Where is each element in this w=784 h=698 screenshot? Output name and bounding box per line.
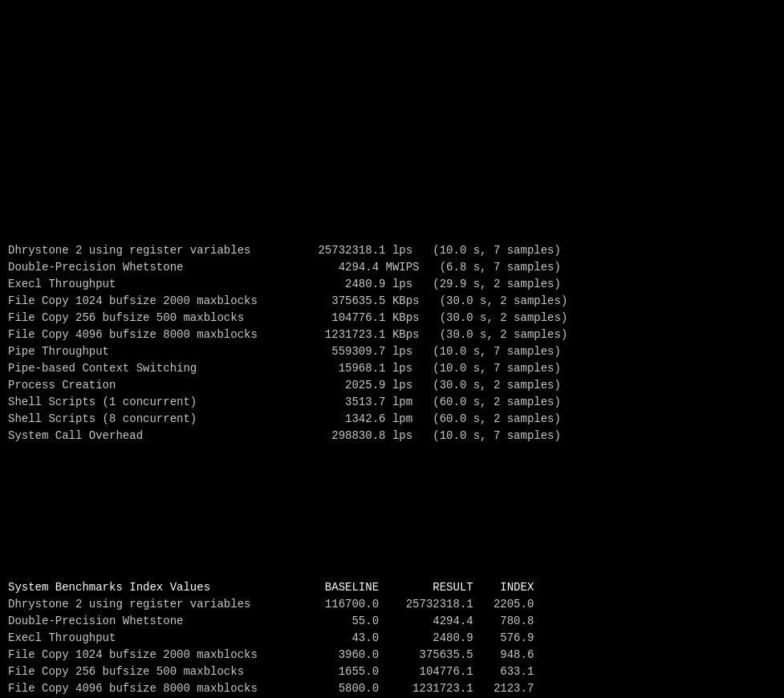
terminal-container: Dhrystone 2 using register variables 257… — [8, 6, 776, 698]
benchmark-result-row: Pipe Throughput 559309.7 lps (10.0 s, 7 … — [8, 343, 776, 360]
benchmark-result-row: Execl Throughput 2480.9 lps (29.9 s, 2 s… — [8, 276, 776, 293]
benchmark-output: Dhrystone 2 using register variables 257… — [8, 6, 776, 698]
index-table-row: Dhrystone 2 using register variables 116… — [8, 596, 776, 613]
index-table-row: Double-Precision Whetstone 55.0 4294.4 7… — [8, 613, 776, 630]
index-table-row: File Copy 4096 bufsize 8000 maxblocks 58… — [8, 680, 776, 697]
blank-2 — [8, 495, 776, 512]
benchmark-result-row: File Copy 1024 bufsize 2000 maxblocks 37… — [8, 293, 776, 310]
benchmark-result-row: Pipe-based Context Switching 15968.1 lps… — [8, 360, 776, 377]
index-table-row: Execl Throughput 43.0 2480.9 576.9 — [8, 630, 776, 647]
benchmark-result-row: Shell Scripts (1 concurrent) 3513.7 lpm … — [8, 394, 776, 411]
benchmark-results-section: Dhrystone 2 using register variables 257… — [8, 242, 776, 444]
index-table-row: File Copy 1024 bufsize 2000 maxblocks 39… — [8, 647, 776, 664]
benchmark-result-row: System Call Overhead 298830.8 lps (10.0 … — [8, 428, 776, 444]
benchmark-result-row: Shell Scripts (8 concurrent) 1342.6 lpm … — [8, 411, 776, 428]
benchmark-result-row: File Copy 256 bufsize 500 maxblocks 1047… — [8, 310, 776, 327]
benchmark-result-row: File Copy 4096 bufsize 8000 maxblocks 12… — [8, 327, 776, 343]
benchmark-result-row: Dhrystone 2 using register variables 257… — [8, 242, 776, 259]
benchmark-result-row: Double-Precision Whetstone 4294.4 MWIPS … — [8, 259, 776, 276]
index-table-section: System Benchmarks Index Values BASELINE … — [8, 579, 776, 698]
blank-1 — [8, 158, 776, 175]
index-table-header: System Benchmarks Index Values BASELINE … — [8, 579, 776, 596]
benchmark-result-row: Process Creation 2025.9 lps (30.0 s, 2 s… — [8, 377, 776, 394]
index-table-row: File Copy 256 bufsize 500 maxblocks 1655… — [8, 664, 776, 680]
